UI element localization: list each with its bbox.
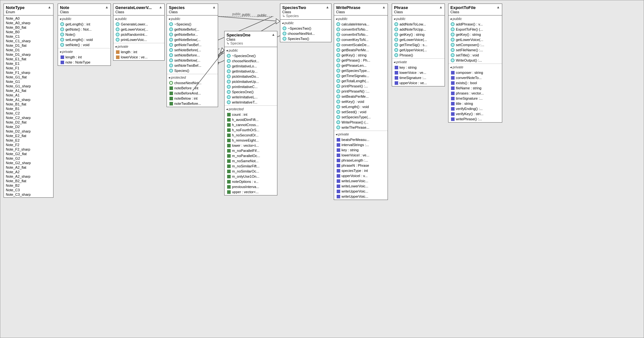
list-item: Note_C2	[5, 111, 52, 115]
list-item: Note_A2	[5, 170, 52, 174]
list-item: m_noSimilarOc...	[226, 169, 276, 174]
list-item: Species()	[168, 68, 216, 73]
diagram-canvas: public NoteType Enum ▲ Note_A0 Note_A0_s…	[0, 0, 644, 338]
speciesone-public-label: ◂ public	[226, 48, 276, 53]
list-item: setLength() : void	[335, 104, 386, 109]
notetype-expand-icon[interactable]: ▲	[48, 5, 51, 9]
list-item: Note_G2_sharp	[5, 161, 52, 165]
list-item: h_cannotCross...	[226, 122, 276, 127]
svg-marker-13	[220, 48, 224, 53]
list-item: printPhraseN() :...	[335, 89, 386, 94]
list-item: upperVoice : ve...	[393, 80, 443, 85]
species-title: Species	[169, 5, 185, 10]
list-item: addNoteToUpp...	[393, 27, 443, 32]
speciestwo-subtitle: Class	[282, 10, 306, 14]
generatelower-box: GenerateLowerV... Class ▲ ◂ public Gener…	[113, 4, 165, 61]
exporttofile-title: ExportToFile	[450, 5, 476, 10]
connector-public-label: public	[257, 13, 267, 17]
list-item: note : NoteType	[59, 60, 109, 65]
exporttofile-expand-icon[interactable]: ▲	[496, 5, 500, 9]
speciestwo-expand-icon[interactable]: ▲	[326, 5, 329, 9]
list-item: Note_F2_sharp	[5, 147, 52, 152]
note-header: Note Class ▲	[58, 4, 111, 15]
list-item: Note_G1_flat	[5, 75, 52, 79]
note-expand-icon[interactable]: ▲	[105, 5, 109, 9]
note-private: ◂ private length : int note : NoteType	[58, 48, 111, 65]
phrase-title: Phrase	[394, 5, 408, 10]
note-public-label: ◂ public	[59, 16, 109, 22]
list-item: noteBefore : int	[168, 85, 216, 91]
species-box: Species Class ▲ ◂ public ~Species() getN…	[167, 4, 218, 107]
speciestwo-public-label: ◂ public	[282, 20, 330, 26]
list-item: getTotalLength(...	[335, 78, 386, 84]
exporttofile-private-label: ◂ private	[450, 65, 501, 70]
list-item: m_noParallelOc...	[226, 153, 276, 158]
generatelower-public: ◂ public GenerateLower... getLowerVoice(…	[113, 15, 164, 43]
list-item: getKey() : string	[335, 53, 386, 58]
speciesone-subtitle: Class	[226, 37, 250, 41]
list-item: Note_B2	[5, 183, 52, 188]
list-item: writeImitativeT...	[226, 100, 276, 105]
list-item: Note_D2	[5, 124, 52, 129]
list-item: convertNoteTo...	[450, 75, 501, 80]
list-item: h_removeEight...	[226, 138, 276, 143]
list-item: h_noFourthOrS...	[226, 127, 276, 133]
list-item: printImitativeC...	[226, 84, 276, 89]
speciestwo-header: SpeciesTwo Class ↳ Species ▲	[280, 4, 331, 20]
phrase-expand-icon[interactable]: ▲	[439, 5, 443, 9]
list-item: WritePhrase() (...	[335, 120, 386, 125]
list-item: convertKeyToN...	[335, 37, 386, 42]
note-subtitle: Class	[60, 10, 69, 14]
list-item: getLowerVoice(...	[393, 37, 443, 42]
list-item: lowerVoice : ve...	[115, 55, 163, 60]
phrase-subtitle: Class	[394, 10, 408, 14]
writephrase-public-label: ◂ public	[335, 16, 386, 22]
list-item: Note_D1_flat	[5, 43, 52, 48]
writephrase-expand-icon[interactable]: ▲	[382, 5, 386, 9]
list-item: phrases : vector...	[450, 91, 501, 96]
list-item: getNote() : Not...	[59, 27, 109, 32]
list-item: verifyEnding() :...	[450, 106, 501, 111]
list-item: Note_E2_flat	[5, 134, 52, 138]
list-item: writeThePhrase...	[335, 125, 386, 130]
writephrase-header: WritePhrase Class ▲	[334, 4, 388, 15]
list-item: pickImitativeDo...	[226, 74, 276, 79]
list-item: getSpeciesType...	[335, 68, 386, 73]
species-expand-icon[interactable]: ▲	[212, 5, 216, 9]
list-item: Note_B0	[5, 30, 52, 34]
writephrase-subtitle: Class	[336, 10, 360, 14]
notetype-title: NoteType	[6, 5, 24, 10]
list-item: length : int	[115, 49, 163, 55]
exporttofile-header: ExportToFile Class ▲	[448, 4, 502, 15]
list-item: Note_E2	[5, 138, 52, 143]
list-item: speciesType : int	[335, 168, 386, 173]
generatelower-expand-icon[interactable]: ▲	[159, 5, 162, 9]
list-item: ~Species()	[168, 22, 216, 27]
list-item: Note_C1_sharp	[5, 39, 52, 43]
list-item: Note_G1_sharp	[5, 84, 52, 88]
list-item: setFileName() :...	[450, 47, 501, 53]
phrase-private: ◂ private key : string lowerVoice : ve..…	[392, 59, 445, 86]
list-item: printPhraseI() :...	[335, 84, 386, 89]
list-item: SpeciesTwo()	[282, 36, 330, 41]
list-item: ~SpeciesOne()	[226, 53, 276, 58]
list-item: getNoteBefor...	[168, 32, 216, 37]
list-item: fileName : string	[450, 85, 501, 91]
generatelower-private: ◂ private length : int lowerVoice : ve..…	[113, 43, 164, 60]
svg-text:public: public	[232, 12, 241, 16]
list-item: setKey() : void	[335, 99, 386, 104]
list-item: getPhraseLen...	[335, 63, 386, 68]
list-item: length : int	[59, 55, 109, 60]
list-item: noteBelow : int	[168, 96, 216, 101]
list-item: verifyKey() : stri...	[450, 111, 501, 116]
list-item: Note_A1_flat	[5, 88, 52, 93]
list-item: title : string	[450, 101, 501, 106]
speciesone-title: SpeciesOne	[226, 33, 250, 37]
list-item: phraseN : Phrase	[335, 163, 386, 168]
list-item: key : string	[393, 65, 443, 70]
list-item: Note_B1_flat	[5, 102, 52, 106]
list-item: exists() : bool	[450, 80, 501, 85]
list-item: addPhrase() : v...	[450, 22, 501, 27]
notetype-box: NoteType Enum ▲ Note_A0 Note_A0_sharp No…	[4, 4, 53, 198]
speciesone-expand-icon[interactable]: ▲	[272, 33, 275, 36]
